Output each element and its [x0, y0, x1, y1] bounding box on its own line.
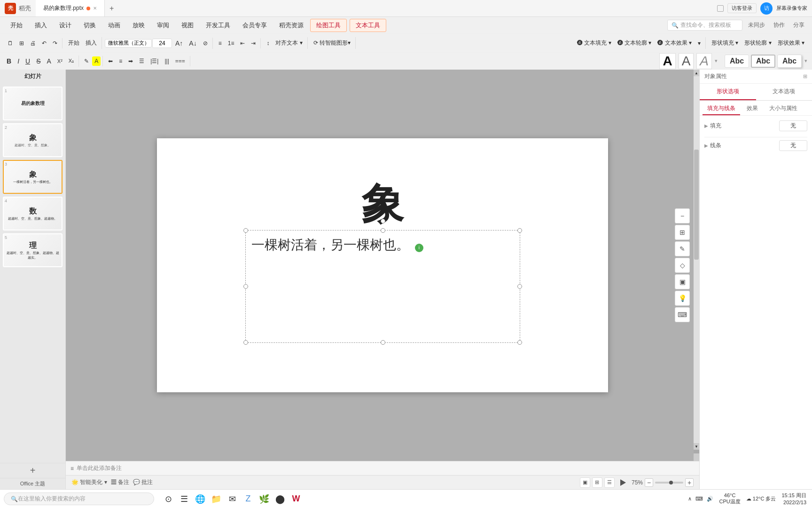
text-style-normal[interactable]: A [679, 53, 694, 69]
zoom-in-btn[interactable]: + [685, 478, 694, 487]
align-justify-btn[interactable]: ☰ [136, 56, 147, 66]
smart-label[interactable]: 🌟 智能美化 ▾ [71, 478, 107, 486]
align-right-btn[interactable]: ➡ [125, 56, 136, 66]
float-btn-edit[interactable]: ✎ [675, 241, 690, 256]
panel-expand-btn[interactable]: ⊞ [803, 73, 807, 79]
shape-fill-btn[interactable]: 形状填充 ▾ [709, 37, 741, 49]
font-size-input[interactable] [152, 39, 172, 48]
scroll-up-btn[interactable]: ▲ [694, 70, 699, 76]
collab-btn[interactable]: 协作 [771, 20, 788, 30]
slide-thumb-3[interactable]: 3 象 一棵树活着，另一棵树也。 [3, 160, 62, 194]
handle-tm[interactable] [381, 228, 385, 233]
shape-abc-3[interactable]: Abc [777, 55, 802, 68]
bold-btn[interactable]: B [4, 56, 14, 67]
float-btn-layers[interactable]: ⊞ [675, 225, 690, 240]
text-align-btn[interactable]: 对齐文本 ▾ [273, 37, 305, 49]
float-btn-bulb[interactable]: 💡 [675, 291, 690, 306]
text-style-more[interactable]: ▾ [715, 58, 718, 64]
smart-convert-btn[interactable]: ⟳ 转智能图形▾ [311, 37, 353, 49]
scroll-thumb[interactable] [694, 150, 699, 260]
v-scrollbar[interactable]: ▲ ▼ [694, 70, 699, 461]
taskbar-start-icon[interactable]: ⊙ [162, 492, 175, 506]
text-effect-btn[interactable]: 🅐 文本效果 ▾ [655, 37, 695, 49]
shape-outline-btn[interactable]: 形状轮廓 ▾ [742, 37, 774, 49]
text-fill-btn[interactable]: 🅐 文本填充 ▾ [574, 37, 614, 49]
sub-tab-fill-line[interactable]: 填充与线条 [703, 103, 740, 115]
taskbar-search[interactable]: 🔍 在这里输入你要搜索的内容 [4, 492, 154, 505]
slide-thumb-5[interactable]: 5 理 超越时、空、意、想象、超越物、超越实。 [3, 233, 62, 267]
search-box[interactable]: 🔍 查找命令、搜索模板 [667, 20, 742, 31]
shape-abc-1[interactable]: Abc [725, 55, 749, 68]
superscript-btn[interactable]: X² [55, 56, 65, 66]
comment-btn[interactable]: 💬 批注 [133, 478, 153, 486]
slide-text-content[interactable]: 一棵树活着，另一棵树也。 i [251, 236, 423, 254]
fill-label[interactable]: ▶ 填充 [704, 122, 721, 130]
font-size-up-btn[interactable]: A↑ [172, 38, 186, 49]
slide-thumb-1[interactable]: 1 易的象数理 [3, 87, 62, 120]
undo-btn[interactable]: ↶ [39, 38, 49, 48]
quick-btn-2[interactable]: ⊞ [16, 38, 27, 48]
shape-style-more[interactable]: ▾ [804, 58, 807, 64]
tab-dev[interactable]: 开发工具 [200, 19, 236, 32]
tab-design[interactable]: 设计 [54, 19, 77, 32]
text-color-btn[interactable]: A [44, 56, 54, 67]
text-box-selected[interactable]: 一棵树活着，另一棵树也。 i [245, 230, 520, 343]
tab-vip[interactable]: 会员专享 [237, 19, 273, 32]
subscript-btn[interactable]: X₂ [66, 56, 77, 66]
font-name-input[interactable] [105, 39, 152, 48]
login-btn[interactable]: 访客登录 [727, 3, 757, 13]
float-btn-minus[interactable]: − [675, 208, 690, 223]
clear-format-btn[interactable]: ⊘ [200, 38, 211, 48]
screen-record-btn[interactable]: 屏幕录像专家 [776, 5, 807, 12]
tab-review[interactable]: 审阅 [151, 19, 175, 32]
clock[interactable]: 15:15 周日 2022/2/13 [781, 492, 806, 506]
view-normal-btn[interactable]: ▣ [580, 477, 590, 488]
scroll-down-btn[interactable]: ▼ [694, 443, 699, 450]
share-btn[interactable]: 分享 [790, 20, 807, 30]
align-left-btn[interactable]: ⬅ [105, 56, 116, 66]
align-center-btn[interactable]: ≡ [116, 56, 125, 66]
sync-btn[interactable]: 未同步 [745, 20, 768, 30]
tab-animation[interactable]: 动画 [102, 19, 126, 32]
scroll-arrow-2[interactable] [694, 453, 699, 457]
view-grid-btn[interactable]: ⊞ [592, 477, 602, 488]
float-btn-shape[interactable]: ◇ [675, 258, 690, 273]
view-outline-btn[interactable]: ☰ [604, 477, 615, 488]
new-tab-btn[interactable]: + [105, 4, 118, 13]
slide-thumb-2[interactable]: 2 象 超越时、空、意、想象。 [3, 123, 62, 157]
tray-keyboard-icon[interactable]: ⌨ [695, 496, 703, 502]
slide-thumb-4[interactable]: 4 数 超越时、空、意、想象、超越物。 [3, 197, 62, 230]
taskbar-wps-icon[interactable]: W [289, 492, 303, 506]
handle-br[interactable] [517, 340, 522, 345]
tab-home[interactable]: 开始 [5, 19, 28, 32]
insert-btn[interactable]: 插入 [83, 37, 100, 49]
tab-drawing-tool[interactable]: 绘图工具 [310, 19, 347, 32]
redo-btn[interactable]: ↷ [50, 38, 60, 48]
play-btn[interactable] [620, 479, 626, 486]
italic-btn[interactable]: I [15, 56, 22, 67]
text-style-italic[interactable]: A [696, 53, 712, 69]
handle-bm[interactable] [381, 340, 385, 345]
canvas-scroll-area[interactable]: 象 [66, 70, 699, 461]
underline-btn[interactable]: U [23, 56, 33, 67]
shape-abc-2[interactable]: Abc [751, 55, 775, 68]
taskbar-chrome-icon[interactable]: ⬤ [273, 492, 287, 506]
number-list-btn[interactable]: 1≡ [225, 38, 237, 48]
scroll-arrow-3[interactable] [694, 457, 699, 461]
quick-btn-1[interactable]: 🗒 [5, 38, 16, 48]
notes-btn[interactable]: ☰ 备注 [111, 478, 129, 486]
strikethrough-btn[interactable]: S [33, 56, 43, 67]
float-btn-keyboard[interactable]: ⌨ [675, 307, 690, 322]
handle-tr[interactable] [517, 228, 522, 233]
border-label[interactable]: ▶ 线条 [704, 142, 721, 150]
taskbar-explorer-icon[interactable]: 📁 [210, 492, 223, 506]
tab-close-btn[interactable]: ✕ [93, 6, 97, 11]
panel-tab-slides[interactable]: 幻灯片 [0, 70, 65, 83]
zoom-thumb[interactable] [669, 481, 673, 484]
tray-expand-btn[interactable]: ∧ [688, 496, 692, 502]
float-btn-box[interactable]: ▣ [675, 274, 690, 289]
font-size-down-btn[interactable]: A↓ [186, 38, 199, 49]
more-btn[interactable]: ▾ [695, 38, 703, 48]
taskbar-app1-icon[interactable]: Z [242, 492, 255, 506]
sub-tab-size[interactable]: 大小与属性 [765, 103, 802, 115]
